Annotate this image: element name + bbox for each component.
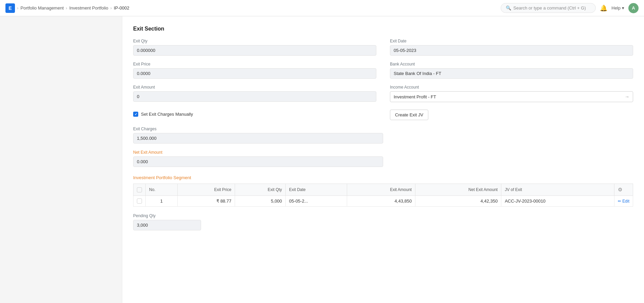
- bank-account-group: Bank Account: [390, 62, 633, 79]
- form-row-4: Set Exit Charges Manually Create Exit JV: [133, 108, 633, 120]
- col-exit-price-header: Exit Price: [177, 184, 235, 196]
- form-row-3: Exit Amount Income Account Investment Pr…: [133, 85, 633, 102]
- exit-charges-input[interactable]: [133, 133, 383, 144]
- main-wrapper: Exit Section Exit Qty Exit Date Exit Pri…: [0, 16, 644, 303]
- bank-account-label: Bank Account: [390, 62, 633, 67]
- pending-section: Pending Qty: [133, 213, 633, 230]
- income-account-input[interactable]: Investment Profit - FT →: [390, 91, 633, 102]
- net-exit-amount-group: Net Exit Amount: [133, 150, 383, 167]
- avatar[interactable]: A: [628, 3, 639, 13]
- exit-qty-input[interactable]: [133, 45, 376, 56]
- exit-amount-input[interactable]: [133, 91, 376, 102]
- net-exit-amount-label: Net Exit Amount: [133, 150, 162, 155]
- exit-amount-group: Exit Amount: [133, 85, 376, 102]
- exit-qty-label: Exit Qty: [133, 39, 376, 43]
- set-exit-charges-row: Set Exit Charges Manually: [133, 112, 193, 117]
- col-jv-of-exit-header: JV of Exit: [501, 184, 614, 196]
- row-1-exit-price: ₹ 88.77: [177, 196, 235, 207]
- create-exit-jv-group: Create Exit JV: [390, 108, 633, 120]
- exit-price-input[interactable]: [133, 68, 376, 79]
- row-1-edit-button[interactable]: ✏ Edit: [618, 199, 629, 204]
- col-no-header: No.: [146, 184, 178, 196]
- breadcrumb-investment-portfolio[interactable]: Investment Portfolio: [69, 5, 108, 11]
- col-exit-qty-header: Exit Qty: [235, 184, 286, 196]
- row-1-no: 1: [146, 196, 178, 207]
- pending-qty-input[interactable]: [133, 220, 201, 230]
- exit-price-group: Exit Price: [133, 62, 376, 79]
- income-account-arrow-icon: →: [625, 94, 629, 99]
- set-exit-charges-label: Set Exit Charges Manually: [141, 112, 193, 117]
- exit-date-label: Exit Date: [390, 39, 633, 43]
- form-row-2: Exit Price Bank Account: [133, 62, 633, 79]
- search-placeholder-text: Search or type a command (Ctrl + G): [513, 5, 586, 11]
- main-content: Exit Section Exit Qty Exit Date Exit Pri…: [122, 16, 644, 303]
- breadcrumb-ip-0002[interactable]: IP-0002: [114, 5, 129, 11]
- exit-date-input[interactable]: [390, 45, 633, 56]
- col-exit-amount-header: Exit Amount: [347, 184, 415, 196]
- table-row: 1 ₹ 88.77 5,000 05-05-2... 4,43,850 4,42…: [133, 196, 633, 207]
- net-exit-amount-input[interactable]: [133, 156, 383, 167]
- col-checkbox-header: [133, 184, 146, 196]
- exit-price-label: Exit Price: [133, 62, 376, 67]
- income-account-label: Income Account: [390, 85, 633, 90]
- exit-amount-label: Exit Amount: [133, 85, 376, 90]
- col-net-exit-amount-header: Net Exit Amount: [415, 184, 501, 196]
- pending-qty-label: Pending Qty: [133, 213, 633, 218]
- search-icon: 🔍: [506, 5, 511, 11]
- exit-qty-group: Exit Qty: [133, 39, 376, 56]
- topnav-left: E › Portfolio Management › Investment Po…: [5, 3, 129, 13]
- row-1-exit-qty: 5,000: [235, 196, 286, 207]
- income-account-value: Investment Profit - FT: [394, 94, 436, 99]
- help-label: Help: [611, 5, 621, 11]
- row-1-jv-of-exit: ACC-JV-2023-00010: [501, 196, 614, 207]
- help-chevron-icon: ▾: [622, 5, 624, 11]
- row-1-exit-amount: 4,43,850: [347, 196, 415, 207]
- table-section: Investment Portfolio Segment No. Exit Pr…: [133, 175, 633, 207]
- app-icon[interactable]: E: [5, 3, 15, 13]
- row-1-exit-date: 05-05-2...: [286, 196, 347, 207]
- topnav: E › Portfolio Management › Investment Po…: [0, 0, 644, 16]
- search-bar[interactable]: 🔍 Search or type a command (Ctrl + G): [501, 3, 596, 13]
- exit-date-group: Exit Date: [390, 39, 633, 56]
- breadcrumb-sep-2: ›: [66, 5, 67, 11]
- table-settings-button[interactable]: ⚙: [618, 187, 622, 193]
- topnav-right: 🔍 Search or type a command (Ctrl + G) 🔔 …: [501, 3, 639, 13]
- income-account-group: Income Account Investment Profit - FT →: [390, 85, 633, 102]
- edit-pencil-icon: ✏: [618, 199, 621, 204]
- row-1-edit-cell: ✏ Edit: [614, 196, 633, 207]
- breadcrumb-sep-1: ›: [17, 5, 18, 11]
- sidebar: [0, 16, 122, 303]
- help-button[interactable]: Help ▾: [611, 5, 624, 11]
- checkbox-group: Set Exit Charges Manually: [133, 108, 376, 120]
- bank-account-input[interactable]: [390, 68, 633, 79]
- row-1-net-exit-amount: 4,42,350: [415, 196, 501, 207]
- exit-charges-group: Exit Charges: [133, 126, 383, 144]
- portfolio-segment-table: No. Exit Price Exit Qty Exit Date Exit A…: [133, 184, 633, 207]
- section-title: Exit Section: [133, 26, 633, 32]
- table-section-label: Investment Portfolio Segment: [133, 175, 633, 180]
- col-exit-date-header: Exit Date: [286, 184, 347, 196]
- row-1-checkbox[interactable]: [137, 198, 142, 204]
- exit-charges-label: Exit Charges: [133, 127, 157, 131]
- row-checkbox-cell: [133, 196, 146, 207]
- breadcrumb-portfolio-management[interactable]: Portfolio Management: [20, 5, 64, 11]
- breadcrumb-sep-3: ›: [110, 5, 112, 11]
- set-exit-charges-checkbox[interactable]: [133, 112, 138, 117]
- select-all-checkbox[interactable]: [137, 187, 142, 192]
- form-row-1: Exit Qty Exit Date: [133, 39, 633, 56]
- row-1-edit-label: Edit: [622, 199, 629, 204]
- create-exit-jv-button[interactable]: Create Exit JV: [390, 110, 428, 120]
- notification-bell-icon[interactable]: 🔔: [600, 4, 607, 12]
- col-settings-header: ⚙: [614, 184, 633, 196]
